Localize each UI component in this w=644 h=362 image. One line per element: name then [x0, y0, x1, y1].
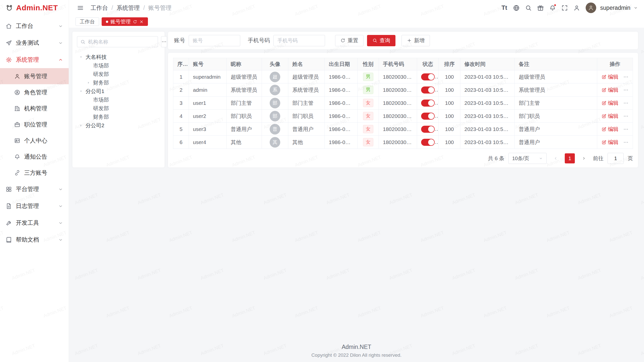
tab-refresh-icon[interactable]: [133, 20, 137, 24]
chevron-down-icon: [539, 156, 543, 160]
tree-node[interactable]: 分公司2: [77, 121, 160, 130]
org-more-button[interactable]: [161, 36, 167, 47]
tree-node[interactable]: 财务部: [77, 78, 160, 87]
sidebar-subitem[interactable]: 三方账号: [0, 165, 69, 181]
edit-button[interactable]: 编辑: [601, 126, 619, 133]
tab-account-management[interactable]: 账号管理: [102, 17, 148, 26]
account-input[interactable]: [189, 35, 240, 46]
page-size-select[interactable]: 10条/页: [508, 153, 547, 164]
row-more-button[interactable]: [623, 74, 629, 80]
sidebar-subitem[interactable]: 通知公告: [0, 149, 69, 165]
tree-node[interactable]: 分公司1: [77, 87, 160, 96]
edit-button[interactable]: 编辑: [601, 113, 619, 120]
sidebar-subitem[interactable]: 机构管理: [0, 100, 69, 116]
search-button-label: 查询: [380, 37, 390, 44]
cell-status: [417, 110, 439, 123]
chevron-down-icon: [58, 237, 63, 242]
edit-button[interactable]: 编辑: [601, 100, 619, 107]
gender-badge: 女: [363, 138, 373, 146]
tree-node[interactable]: 研发部: [77, 70, 160, 78]
org-tree-panel: 大名科技市场部研发部财务部分公司1市场部研发部财务部分公司2: [72, 32, 165, 167]
cell-modified: 2023-01-03 10:59:44: [460, 110, 515, 123]
gift-icon[interactable]: [535, 3, 546, 13]
sidebar-item[interactable]: 开发工具: [0, 214, 69, 231]
sidebar-subitem-label: 三方账号: [24, 169, 63, 177]
tree-node[interactable]: 市场部: [77, 96, 160, 104]
edit-button[interactable]: 编辑: [601, 73, 619, 80]
sidebar-item[interactable]: 帮助文档: [0, 231, 69, 248]
breadcrumb-item[interactable]: 工作台: [91, 4, 108, 12]
row-avatar: 系: [270, 85, 280, 95]
tree-node[interactable]: 市场部: [77, 61, 160, 70]
status-toggle[interactable]: [421, 113, 435, 120]
chevron-down-icon: [58, 24, 63, 29]
sidebar-subitem-label: 账号管理: [24, 72, 63, 80]
edit-button-label: 编辑: [608, 100, 619, 107]
status-toggle[interactable]: [421, 139, 435, 146]
row-more-button[interactable]: [623, 87, 629, 93]
username[interactable]: superadmin: [600, 5, 630, 11]
edit-button[interactable]: 编辑: [601, 86, 619, 94]
column-header: 手机号码: [379, 58, 417, 70]
search-icon[interactable]: [523, 3, 534, 13]
add-button[interactable]: 新增: [401, 35, 430, 46]
sidebar-subitem[interactable]: 职位管理: [0, 116, 69, 132]
cell-seq: 4: [173, 110, 189, 123]
prev-page-button[interactable]: [551, 153, 561, 163]
hamburger-icon[interactable]: [75, 3, 86, 13]
globe-glyph: [513, 5, 520, 11]
search-button[interactable]: 查询: [367, 35, 395, 46]
edit-button[interactable]: 编辑: [601, 139, 619, 146]
globe-icon[interactable]: [511, 3, 522, 13]
book-icon: [6, 237, 12, 243]
phone-input[interactable]: [273, 35, 325, 46]
cell-seq: 5: [173, 123, 189, 136]
sidebar-item[interactable]: 日志管理: [0, 198, 69, 214]
chevron-down-icon[interactable]: [633, 6, 638, 10]
reset-button[interactable]: 重置: [335, 35, 364, 46]
sidebar-item[interactable]: 平台管理: [0, 181, 69, 198]
cell-avatar: 其: [262, 136, 288, 149]
status-toggle[interactable]: [421, 126, 435, 133]
sidebar-subitem[interactable]: 角色管理: [0, 84, 69, 100]
next-page-button[interactable]: [579, 153, 589, 163]
cell-nickname: 超级管理员: [227, 70, 262, 83]
person-icon[interactable]: [572, 3, 582, 13]
sidebar-subitem[interactable]: 账号管理: [0, 68, 69, 84]
cell-seq: 2: [173, 83, 189, 97]
logo[interactable]: Admin.NET: [0, 0, 69, 16]
tab-close-icon[interactable]: [139, 20, 144, 24]
row-more-button[interactable]: [623, 126, 629, 132]
tab-workbench[interactable]: 工作台: [75, 17, 99, 26]
fullscreen-icon[interactable]: [559, 3, 570, 13]
status-toggle[interactable]: [421, 100, 435, 107]
sidebar-subitem[interactable]: 个人中心: [0, 132, 69, 149]
tree-node[interactable]: 财务部: [77, 113, 160, 121]
status-toggle[interactable]: [421, 86, 435, 94]
cell-avatar: 系: [262, 83, 288, 97]
sidebar-item[interactable]: 系统管理: [0, 51, 69, 68]
search-glyph: [525, 5, 532, 11]
user-avatar[interactable]: [586, 3, 596, 13]
column-header: 账号: [189, 58, 227, 70]
more-icon: [623, 126, 629, 132]
breadcrumb-item[interactable]: 系统管理: [116, 4, 140, 12]
status-toggle[interactable]: [421, 73, 435, 80]
sidebar-item[interactable]: 工作台: [0, 18, 69, 34]
font-size-icon[interactable]: Tt: [499, 3, 510, 13]
current-page-button[interactable]: 1: [565, 153, 575, 163]
chevron-down-icon: [58, 204, 63, 209]
cell-birthdate: 1986-06-28: [325, 136, 358, 149]
tree-node[interactable]: 研发部: [77, 104, 160, 113]
accounts-table-panel: 序号账号昵称头像姓名出生日期性别手机号码状态排序修改时间备注操作 1 super…: [168, 53, 638, 167]
cell-gender: 女: [358, 97, 379, 110]
gear-icon: [6, 57, 12, 63]
tree-node[interactable]: 大名科技: [77, 53, 160, 61]
row-more-button[interactable]: [623, 100, 629, 106]
sidebar-item[interactable]: 业务测试: [0, 34, 69, 51]
notification-bell-icon[interactable]: [547, 3, 558, 13]
goto-page-input[interactable]: [608, 153, 624, 164]
row-more-button[interactable]: [623, 113, 629, 119]
org-search-input[interactable]: [88, 39, 155, 45]
row-more-button[interactable]: [623, 140, 629, 145]
